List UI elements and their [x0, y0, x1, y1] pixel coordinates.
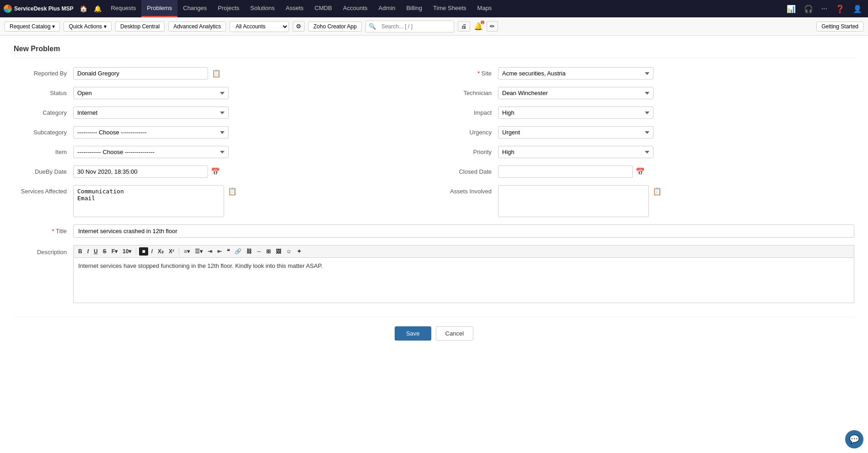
edit-icon-button[interactable]: ✏: [487, 21, 498, 32]
image-button[interactable]: 🖼: [274, 247, 283, 256]
bold-button[interactable]: B: [76, 247, 84, 256]
strikethrough-button[interactable]: S: [101, 247, 108, 256]
editor-toolbar: B I U S F▾ 10▾ ■ / X₂ X² ≡▾ ☰▾ ⇥ ⇤ ❝: [73, 245, 854, 257]
urgency-select[interactable]: Urgent High Medium Low: [498, 126, 654, 139]
urgency-label: Urgency: [448, 129, 498, 136]
advanced-analytics-label: Advanced Analytics: [173, 23, 221, 30]
editor-separator-1: [136, 248, 136, 255]
nav-changes[interactable]: Changes: [177, 0, 212, 17]
notification-badge[interactable]: 🔔 1: [474, 22, 483, 31]
table-button[interactable]: ⊞: [264, 247, 273, 256]
quick-actions-button[interactable]: Quick Actions ▾: [64, 21, 112, 32]
dueby-calendar-icon[interactable]: 📅: [211, 167, 220, 176]
title-row: * Title: [14, 224, 854, 238]
reported-by-row: Reported By 📋: [14, 67, 420, 80]
subcategory-label: Subcategory: [14, 129, 73, 136]
closed-date-calendar-icon[interactable]: 📅: [636, 167, 645, 176]
headset-icon[interactable]: 🎧: [802, 4, 815, 14]
outdent-button[interactable]: ⇤: [215, 247, 224, 256]
hr-button[interactable]: ─: [255, 247, 263, 256]
print-icon-button[interactable]: 🖨: [458, 21, 470, 32]
getting-started-label: Getting Started: [821, 23, 858, 30]
assets-involved-icon-button[interactable]: 📋: [652, 186, 663, 197]
subcategory-row: Subcategory ---------- Choose ----------…: [14, 126, 420, 139]
nav-requests[interactable]: Requests: [105, 0, 141, 17]
unlink-button[interactable]: ⛓: [245, 247, 254, 256]
dueby-date-input[interactable]: [73, 165, 208, 178]
impact-select[interactable]: High Medium Low: [498, 107, 654, 119]
getting-started-button[interactable]: Getting Started: [816, 21, 863, 32]
item-select[interactable]: ------------ Choose ---------------: [73, 146, 229, 158]
badge-count: 1: [481, 21, 484, 24]
nav-solutions[interactable]: Solutions: [245, 0, 280, 17]
chart-icon[interactable]: 📊: [784, 4, 798, 14]
search-input[interactable]: [378, 22, 451, 31]
subcategory-select[interactable]: ---------- Choose -------------: [73, 126, 229, 139]
priority-select[interactable]: High Medium Low: [498, 146, 654, 158]
indent-button[interactable]: ⇥: [206, 247, 214, 256]
nav-timesheets[interactable]: Time Sheets: [428, 0, 472, 17]
font-button[interactable]: F▾: [110, 247, 119, 256]
reported-by-field-wrap: 📋: [73, 67, 238, 80]
desktop-central-button[interactable]: Desktop Central: [115, 21, 165, 32]
home-button[interactable]: 🏠: [77, 3, 90, 14]
nav-assets[interactable]: Assets: [280, 0, 309, 17]
item-row: Item ------------ Choose ---------------: [14, 146, 420, 158]
title-input-wrap: [73, 224, 854, 238]
cancel-button[interactable]: Cancel: [436, 326, 473, 341]
description-label: Description: [14, 245, 73, 256]
subscript-button[interactable]: X₂: [156, 247, 166, 256]
request-catalog-chevron: ▾: [52, 23, 55, 30]
color-button[interactable]: ■: [139, 247, 148, 256]
reported-by-input[interactable]: [73, 67, 208, 80]
help-icon[interactable]: ❓: [833, 4, 847, 14]
search-icon: 🔍: [369, 23, 376, 30]
notification-bell[interactable]: 🔔: [91, 3, 104, 14]
status-select[interactable]: Open Closed Acknowledged: [73, 87, 229, 99]
nav-right-icons: 📊 🎧 ··· ❓ 👤: [784, 4, 864, 14]
status-label: Status: [14, 90, 73, 96]
nav-admin[interactable]: Admin: [373, 0, 401, 17]
special-char-button[interactable]: ✦: [295, 247, 303, 256]
more-icon[interactable]: ···: [819, 4, 830, 14]
blockquote-button[interactable]: ❝: [225, 247, 231, 256]
nav-accounts[interactable]: Accounts: [338, 0, 373, 17]
site-select[interactable]: Acme securities, Austria: [498, 67, 654, 80]
chat-button[interactable]: 💬: [845, 430, 863, 448]
title-input[interactable]: [73, 224, 854, 238]
emoji-button[interactable]: ☺: [284, 247, 294, 256]
fontsize-button[interactable]: 10▾: [121, 247, 133, 256]
closed-date-row: Closed Date 📅: [448, 165, 854, 178]
nav-problems[interactable]: Problems: [141, 0, 177, 17]
category-label: Category: [14, 109, 73, 116]
save-button[interactable]: Save: [395, 326, 431, 341]
list-button[interactable]: ☰▾: [193, 247, 204, 256]
superscript-button[interactable]: X²: [167, 247, 176, 256]
services-affected-icon-button[interactable]: 📋: [227, 186, 238, 197]
reported-by-icon-button[interactable]: 📋: [211, 68, 222, 79]
italic-button[interactable]: I: [86, 247, 91, 256]
user-icon[interactable]: 👤: [851, 4, 864, 14]
services-affected-textarea[interactable]: Communication Email: [73, 185, 224, 217]
link-button[interactable]: 🔗: [233, 247, 243, 256]
top-navigation: ServiceDesk Plus MSP 🏠 🔔 Requests Proble…: [0, 0, 868, 17]
accounts-icon-button[interactable]: ⚙: [293, 21, 305, 32]
request-catalog-button[interactable]: Request Catalog ▾: [5, 21, 60, 32]
align-button[interactable]: ≡▾: [182, 247, 192, 256]
closed-date-input[interactable]: [498, 165, 633, 178]
advanced-analytics-button[interactable]: Advanced Analytics: [168, 21, 226, 32]
nav-projects[interactable]: Projects: [212, 0, 245, 17]
accounts-select[interactable]: All Accounts: [230, 21, 289, 32]
nav-billing[interactable]: Billing: [401, 0, 428, 17]
form-two-col: Reported By 📋 Status Open Closed Acknowl…: [14, 67, 854, 224]
nav-maps[interactable]: Maps: [472, 0, 498, 17]
nav-cmdb[interactable]: CMDB: [309, 0, 338, 17]
assets-involved-textarea[interactable]: [498, 185, 649, 217]
category-select[interactable]: Internet Hardware Software: [73, 107, 229, 119]
editor-content[interactable]: Internet services have stopped functioni…: [73, 257, 854, 303]
underline-button[interactable]: U: [92, 247, 100, 256]
highlight-button[interactable]: /: [150, 247, 155, 256]
site-row: * Site Acme securities, Austria: [448, 67, 854, 80]
technician-select[interactable]: Dean Winchester: [498, 87, 654, 99]
zoho-creator-button[interactable]: Zoho Creator App: [308, 21, 362, 32]
